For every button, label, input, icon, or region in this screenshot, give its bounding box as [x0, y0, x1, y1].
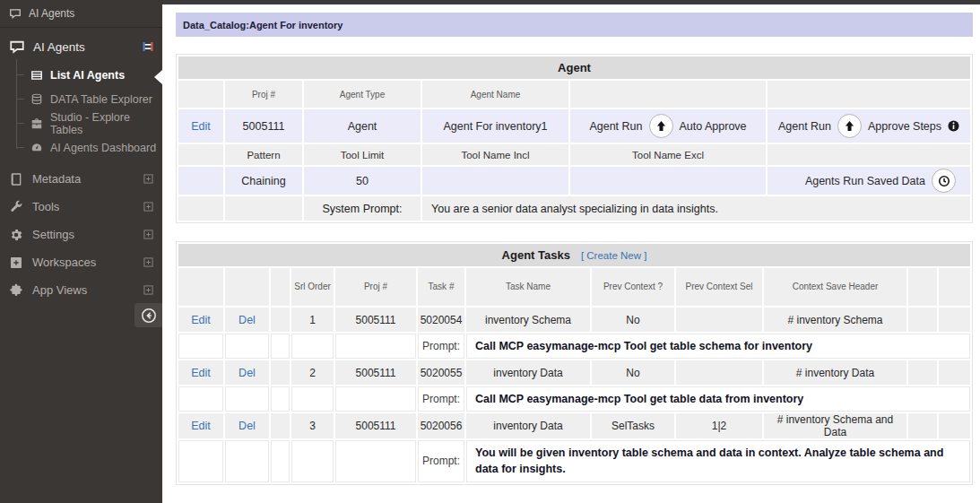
empty-cell — [291, 440, 334, 481]
empty-cell — [908, 308, 937, 332]
task-name: inventory Data — [466, 360, 590, 385]
empty-cell — [178, 440, 223, 481]
task-del-link[interactable]: Del — [238, 367, 256, 379]
expand-icon[interactable] — [143, 285, 153, 295]
task-del-link[interactable]: Del — [238, 314, 256, 326]
sidebar-item-studio-explore-tables[interactable]: Studio - Explore Tables — [0, 111, 162, 135]
column-header-context-save-header: Context Save Header — [764, 268, 906, 306]
empty-cell — [768, 144, 970, 165]
empty-cell — [178, 144, 223, 165]
sidebar-item-data-table-explorer[interactable]: DATA Table Explorer — [0, 87, 162, 111]
task-prompt-text: You will be given inventory table schema… — [466, 440, 970, 481]
sidebar-item-workspaces[interactable]: Workspaces — [0, 248, 162, 276]
empty-cell — [225, 196, 302, 221]
task-proj: 5005111 — [335, 360, 416, 385]
create-new-link[interactable]: [ Create New ] — [581, 250, 647, 261]
expand-icon[interactable] — [143, 174, 153, 184]
task-edit-link[interactable]: Edit — [191, 420, 211, 432]
task-edit-link[interactable]: Edit — [191, 367, 211, 379]
task-del-link[interactable]: Del — [238, 420, 256, 432]
chat-bubble-icon — [9, 39, 25, 55]
task-srl-order: 2 — [291, 360, 334, 385]
sidebar-item-list-ai-agents[interactable]: List AI Agents — [0, 63, 162, 87]
gauge-icon — [30, 142, 43, 154]
expand-icon[interactable] — [143, 230, 153, 239]
tool-limit-value: 50 — [304, 167, 421, 195]
empty-cell — [908, 360, 937, 385]
sidebar-item-tools[interactable]: Tools — [0, 193, 162, 221]
system-prompt-label: System Prompt: — [304, 196, 421, 221]
empty-cell — [291, 386, 334, 412]
empty-cell — [271, 360, 290, 385]
task-context-save-header: # inventory Data — [764, 360, 906, 385]
info-icon[interactable] — [948, 120, 959, 132]
collapse-icon[interactable] — [143, 41, 153, 52]
empty-cell — [422, 167, 568, 195]
sidebar-header: AI Agents — [0, 0, 162, 28]
task-name: inventory Data — [466, 413, 590, 438]
empty-cell — [939, 268, 970, 306]
column-header-tool-limit: Tool Limit — [304, 144, 421, 165]
agents-run-saved-data-button[interactable] — [932, 169, 956, 193]
task-prev-context: No — [592, 308, 674, 332]
empty-cell — [178, 167, 223, 195]
empty-cell — [178, 81, 223, 108]
empty-cell — [335, 440, 416, 481]
task-name: inventory Schema — [466, 308, 590, 332]
prompt-label: Prompt: — [418, 440, 464, 481]
sidebar-header-label: AI Agents — [29, 7, 74, 20]
auto-approve-label: Auto Approve — [680, 120, 747, 133]
circle-left-arrow-icon — [141, 308, 157, 324]
task-srl-order: 3 — [291, 413, 334, 438]
task-prompt-row: Prompt: You will be given inventory tabl… — [178, 440, 970, 481]
sidebar-submenu: List AI Agents DATA Table Explorer Studi… — [0, 63, 162, 160]
empty-cell — [178, 386, 223, 412]
sidebar-item-settings[interactable]: Settings — [0, 221, 162, 248]
puzzle-icon — [9, 283, 23, 298]
task-row: Edit Del 3 5005111 5020056 inventory Dat… — [178, 413, 970, 438]
column-header-prev-context-sel: Prev Context Sel — [676, 268, 762, 306]
agent-run-approve-steps-button[interactable] — [837, 114, 862, 138]
app-window: AI Agents AI Agents List AI Agents — [0, 0, 980, 503]
task-prompt-text: Call MCP easymanage-mcp Tool get table s… — [466, 334, 970, 359]
empty-cell — [908, 413, 937, 438]
task-prev-context-sel — [676, 308, 762, 332]
agent-run-label: Agent Run — [778, 120, 831, 133]
empty-cell — [178, 268, 223, 306]
empty-cell — [271, 440, 290, 481]
agent-tasks-title: Agent Tasks — [502, 248, 570, 262]
sidebar-item-ai-agents[interactable]: AI Agents — [0, 32, 162, 61]
list-icon — [30, 69, 43, 82]
empty-cell — [908, 268, 937, 306]
agent-run-auto-approve-button[interactable] — [649, 114, 673, 138]
column-header-tool-name-incl: Tool Name Incl — [422, 144, 568, 165]
task-context-save-header: # inventory Schema — [764, 308, 906, 332]
active-item-pointer — [154, 70, 162, 84]
task-context-save-header: # inventory Schema and Data — [764, 413, 906, 438]
task-number: 5020054 — [418, 308, 464, 332]
sidebar-item-label: Studio - Explore Tables — [50, 111, 162, 136]
empty-cell — [335, 334, 416, 359]
task-proj: 5005111 — [335, 308, 416, 332]
system-prompt-text: You are a senior data analyst specializi… — [422, 196, 970, 221]
sidebar-item-ai-agents-dashboard[interactable]: AI Agents Dashboard — [0, 135, 162, 160]
agent-edit-link[interactable]: Edit — [191, 120, 211, 133]
task-edit-link[interactable]: Edit — [191, 314, 211, 326]
task-proj: 5005111 — [335, 413, 416, 438]
empty-cell — [178, 334, 223, 359]
column-header-tool-name-excl: Tool Name Excl — [570, 144, 766, 165]
briefcase-icon — [30, 117, 43, 130]
sidebar-item-metadata[interactable]: Metadata — [0, 165, 162, 193]
sidebar-item-app-views[interactable]: App Views — [0, 276, 162, 304]
sidebar-collapse-button[interactable] — [134, 303, 162, 327]
agent-tasks-table: Agent Tasks [ Create New ] Srl Order Pro… — [176, 241, 973, 485]
empty-cell — [271, 386, 290, 412]
agent-name-value: Agent For inventory1 — [422, 109, 568, 143]
expand-icon[interactable] — [143, 202, 153, 212]
empty-cell — [178, 196, 223, 221]
page-title: Data_Catalog:Agent For inventory — [183, 20, 343, 30]
chat-bubble-icon — [9, 7, 22, 20]
expand-icon[interactable] — [143, 257, 153, 267]
column-header-task-name: Task Name — [466, 268, 590, 306]
empty-cell — [570, 81, 766, 108]
